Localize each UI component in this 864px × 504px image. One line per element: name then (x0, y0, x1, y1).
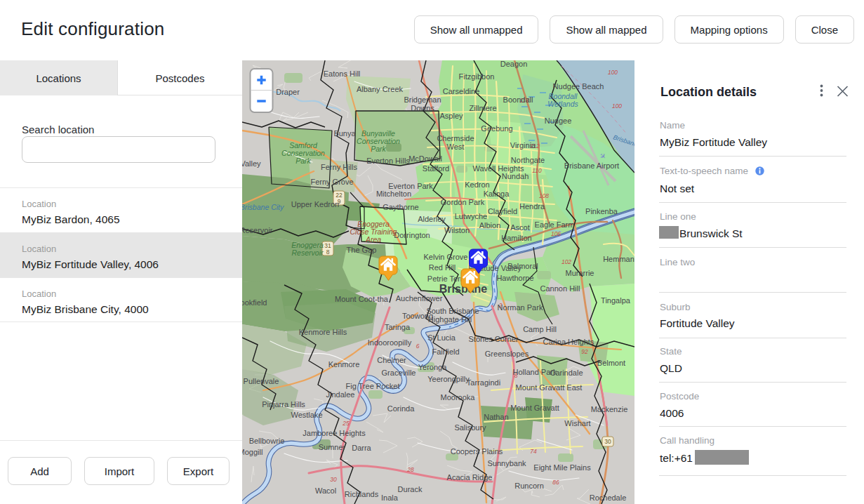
svg-text:Downs: Downs (411, 104, 434, 112)
svg-text:Zillmere: Zillmere (469, 104, 496, 112)
svg-text:Stafford: Stafford (423, 164, 449, 173)
svg-text:Nundah: Nundah (502, 172, 529, 180)
svg-text:West: West (447, 142, 465, 151)
svg-text:Coopers Plains: Coopers Plains (451, 447, 503, 456)
svg-text:100: 100 (612, 102, 622, 110)
svg-text:Everton Hills: Everton Hills (366, 157, 410, 165)
svg-text:Northgate: Northgate (511, 156, 545, 164)
svg-text:Norman Park: Norman Park (498, 303, 543, 312)
svg-text:Rochedale: Rochedale (590, 493, 627, 502)
svg-text:Brisbane Airport: Brisbane Airport (564, 161, 619, 170)
svg-text:Gaythorne: Gaythorne (383, 203, 418, 211)
svg-text:Darra: Darra (352, 444, 371, 452)
svg-text:Park: Park (295, 157, 311, 165)
svg-text:Valley: Valley (242, 159, 261, 168)
svg-text:Acacia Ridge: Acacia Ridge (447, 473, 493, 482)
svg-text:Gordon Park: Gordon Park (441, 198, 485, 206)
svg-text:Eight Mile Plains: Eight Mile Plains (533, 463, 591, 472)
svg-text:Wetlands: Wetlands (547, 100, 578, 108)
svg-text:Tarragindi: Tarragindi (467, 378, 500, 387)
svg-text:McDowall: McDowall (408, 154, 442, 163)
svg-text:Albion: Albion (479, 221, 501, 230)
svg-text:Highgate Hill: Highgate Hill (428, 315, 472, 324)
svg-text:Chermside: Chermside (437, 134, 474, 142)
svg-text:Yeronga: Yeronga (418, 363, 447, 371)
svg-text:Dorrington: Dorrington (394, 231, 430, 239)
svg-text:30: 30 (330, 476, 337, 483)
svg-text:Upper Kedron: Upper Kedron (291, 200, 340, 208)
svg-text:Richlands: Richlands (345, 490, 379, 498)
svg-text:Nathan: Nathan (484, 413, 508, 421)
svg-text:Jindalee: Jindalee (326, 390, 355, 399)
svg-text:Reservoir: Reservoir (292, 248, 324, 257)
svg-text:74: 74 (530, 448, 537, 455)
svg-text:Mount Gravatt East: Mount Gravatt East (516, 383, 583, 392)
svg-text:Chelmer: Chelmer (377, 356, 406, 364)
svg-text:Kenmore: Kenmore (328, 360, 360, 369)
svg-text:Albany Creek: Albany Creek (357, 85, 404, 93)
svg-text:Carindale: Carindale (550, 369, 583, 377)
svg-text:Hemmant: Hemmant (603, 255, 634, 263)
svg-text:Nudgee: Nudgee (545, 117, 572, 125)
svg-text:Fairfield: Fairfield (432, 347, 459, 356)
svg-text:Mount Gravatt: Mount Gravatt (510, 404, 559, 412)
svg-text:Kalinga: Kalinga (484, 190, 510, 198)
svg-text:28: 28 (406, 466, 414, 473)
svg-text:Mount Coot-tha: Mount Coot-tha (335, 295, 389, 303)
svg-text:Alderley: Alderley (418, 215, 446, 223)
svg-text:Clayfield: Clayfield (488, 207, 517, 215)
svg-text:Wilston: Wilston (444, 226, 470, 234)
svg-text:Kedron: Kedron (465, 180, 489, 189)
svg-text:Hendra: Hendra (519, 202, 545, 211)
svg-text:Camp Hill: Camp Hill (523, 325, 557, 333)
svg-text:The Gap: The Gap (347, 246, 377, 254)
svg-text:Fig Tree Pocket: Fig Tree Pocket (345, 382, 399, 390)
svg-text:Jamboree Heights: Jamboree Heights (303, 429, 366, 437)
svg-text:Pullenvale: Pullenvale (244, 377, 279, 385)
svg-text:100: 100 (608, 69, 618, 76)
svg-text:Lutwyche: Lutwyche (455, 212, 487, 220)
svg-text:Eatons Hill: Eatons Hill (324, 69, 361, 78)
svg-text:25: 25 (342, 420, 350, 427)
svg-text:Greenslopes: Greenslopes (485, 350, 529, 358)
svg-text:110: 110 (532, 167, 542, 174)
svg-text:Bellbowrie: Bellbowrie (249, 437, 285, 445)
svg-text:Brisbane City: Brisbane City (242, 203, 284, 211)
svg-text:Red Hill: Red Hill (429, 263, 456, 272)
svg-text:Sunnybank: Sunnybank (487, 459, 526, 467)
svg-text:Ferny Hills: Ferny Hills (321, 163, 357, 171)
svg-text:Area: Area (365, 235, 381, 244)
svg-text:Yeerongpilly: Yeerongpilly (427, 375, 470, 383)
svg-text:Westlake: Westlake (291, 411, 322, 419)
svg-text:Pinkenba: Pinkenba (585, 207, 618, 215)
svg-text:108: 108 (539, 192, 549, 199)
svg-text:Kenmore Hills: Kenmore Hills (299, 328, 347, 336)
svg-text:102: 102 (561, 258, 571, 265)
svg-text:Pinjarra Hills: Pinjarra Hills (262, 400, 305, 409)
svg-text:86: 86 (552, 479, 559, 486)
svg-text:Fitzgibbon: Fitzgibbon (459, 72, 495, 81)
svg-text:Virginia: Virginia (510, 141, 536, 150)
svg-text:Carina Heights: Carina Heights (543, 338, 594, 346)
svg-text:106: 106 (551, 230, 561, 237)
svg-text:Durack: Durack (398, 485, 423, 493)
svg-text:Moorooka: Moorooka (441, 393, 476, 402)
svg-text:Wishart: Wishart (564, 419, 590, 427)
svg-text:Ascot: Ascot (510, 223, 530, 232)
svg-text:Corinda: Corinda (387, 404, 415, 413)
svg-text:Graceville: Graceville (382, 369, 416, 377)
svg-text:Mitchelton: Mitchelton (376, 190, 411, 198)
svg-text:Ferny Grove: Ferny Grove (310, 178, 353, 186)
svg-text:Kelvin Grove: Kelvin Grove (424, 253, 468, 261)
svg-text:Brookfield: Brookfield (242, 298, 267, 307)
svg-text:Geebung: Geebung (481, 124, 512, 133)
svg-text:Taringa: Taringa (385, 323, 411, 331)
svg-text:Mackenzie: Mackenzie (591, 405, 628, 413)
svg-text:Carseldine: Carseldine (443, 87, 480, 95)
svg-text:Stones Corner: Stones Corner (469, 335, 519, 343)
svg-text:Wacol: Wacol (315, 486, 336, 495)
svg-text:Hamilton: Hamilton (501, 234, 531, 242)
svg-text:Eagle Farm: Eagle Farm (535, 220, 575, 229)
svg-text:Moggill: Moggill (242, 448, 262, 456)
svg-text:South Brisbane: South Brisbane (426, 307, 479, 315)
